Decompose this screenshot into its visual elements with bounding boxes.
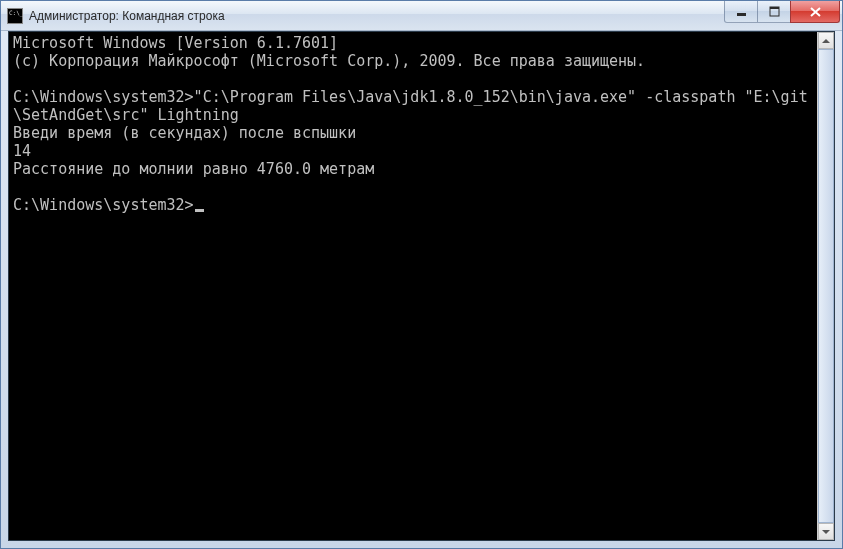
minimize-button[interactable] [724,1,758,23]
command-prompt-window: Администратор: Командная строка Microso [0,0,843,549]
svg-rect-2 [770,7,779,9]
close-button[interactable] [790,1,840,23]
maximize-icon [769,6,780,17]
scroll-track[interactable] [818,49,834,523]
svg-rect-0 [737,13,746,16]
chevron-up-icon [822,39,830,43]
cmd-icon [7,8,23,24]
scroll-down-button[interactable] [818,523,834,540]
window-title: Администратор: Командная строка [29,9,725,23]
vertical-scrollbar[interactable] [817,32,834,540]
chevron-down-icon [822,530,830,534]
scroll-thumb[interactable] [818,49,834,523]
client-area: Microsoft Windows [Version 6.1.7601] (c)… [8,31,835,541]
output-line: C:\Windows\system32>"C:\Program Files\Ja… [13,88,808,124]
output-line: Microsoft Windows [Version 6.1.7601] [13,34,338,52]
output-line: Расстояние до молнии равно 4760.0 метрам [13,160,374,178]
output-line: 14 [13,142,31,160]
window-controls [725,1,842,30]
prompt-line: C:\Windows\system32> [13,196,194,214]
close-icon [809,6,822,18]
titlebar[interactable]: Администратор: Командная строка [1,1,842,31]
output-line: Введи время (в секундах) после вспышки [13,124,356,142]
terminal-output[interactable]: Microsoft Windows [Version 6.1.7601] (c)… [9,32,817,540]
cursor [195,209,204,212]
scroll-up-button[interactable] [818,32,834,49]
minimize-icon [736,6,747,17]
output-line: (c) Корпорация Майкрософт (Microsoft Cor… [13,52,645,70]
maximize-button[interactable] [757,1,791,23]
